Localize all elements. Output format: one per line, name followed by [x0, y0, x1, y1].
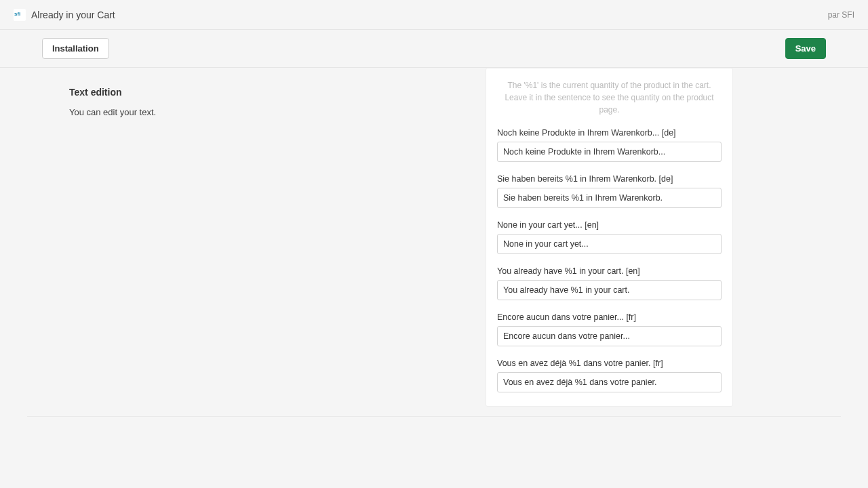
- field-input-en-have[interactable]: [497, 280, 722, 300]
- field-label: You already have %1 in your cart. [en]: [497, 266, 722, 276]
- field-fr-none: Encore aucun dans votre panier... [fr]: [497, 312, 722, 346]
- field-input-fr-have[interactable]: [497, 372, 722, 392]
- content: Text edition You can edit your text. The…: [27, 68, 841, 417]
- toolbar: Installation Save: [0, 30, 868, 68]
- section-desc: You can edit your text.: [69, 107, 273, 117]
- field-de-none: Noch keine Produkte in Ihrem Warenkorb..…: [497, 128, 722, 162]
- field-input-en-none[interactable]: [497, 234, 722, 254]
- installation-button[interactable]: Installation: [42, 38, 109, 59]
- field-label: Encore aucun dans votre panier... [fr]: [497, 312, 722, 322]
- field-fr-have: Vous en avez déjà %1 dans votre panier. …: [497, 359, 722, 392]
- section-title: Text edition: [69, 87, 273, 98]
- topbar: Already in your Cart par SFI: [0, 0, 868, 30]
- save-button[interactable]: Save: [785, 38, 826, 59]
- text-edition-panel: The '%1' is the current quantity of the …: [486, 68, 733, 407]
- field-en-none: None in your cart yet... [en]: [497, 220, 722, 254]
- field-label: None in your cart yet... [en]: [497, 220, 722, 230]
- field-input-de-have[interactable]: [497, 188, 722, 208]
- app-title: Already in your Cart: [31, 9, 115, 20]
- field-label: Noch keine Produkte in Ihrem Warenkorb..…: [497, 128, 722, 138]
- field-en-have: You already have %1 in your cart. [en]: [497, 266, 722, 300]
- field-input-fr-none[interactable]: [497, 326, 722, 346]
- sidebar: Text edition You can edit your text.: [69, 68, 273, 117]
- field-de-have: Sie haben bereits %1 in Ihrem Warenkorb.…: [497, 174, 722, 208]
- layout: Text edition You can edit your text. The…: [69, 68, 799, 407]
- field-label: Sie haben bereits %1 in Ihrem Warenkorb.…: [497, 174, 722, 184]
- field-input-de-none[interactable]: [497, 142, 722, 162]
- topbar-left: Already in your Cart: [14, 9, 115, 21]
- author-label: par SFI: [828, 10, 854, 20]
- helper-text: The '%1' is the current quantity of the …: [497, 79, 722, 116]
- app-logo-icon: [14, 9, 26, 21]
- field-label: Vous en avez déjà %1 dans votre panier. …: [497, 359, 722, 368]
